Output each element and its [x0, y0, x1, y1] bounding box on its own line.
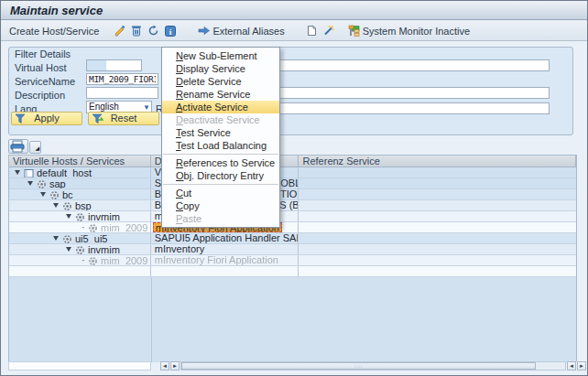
tree-node-cell[interactable]: bc — [9, 189, 151, 199]
service-icon — [49, 190, 60, 200]
ref-service-input[interactable] — [278, 87, 550, 99]
table-row-mim_2009_fiori: ·mim_2009_fiorimInventory Fiori Applicat… — [9, 222, 576, 233]
wand-icon — [322, 25, 334, 37]
menu-item-delete-service[interactable]: Delete Service — [162, 75, 279, 88]
tree-node-cell[interactable]: invmim — [9, 244, 151, 254]
service-path-input[interactable] — [278, 59, 550, 71]
table-row-mim_2009_fiori: ·mim_2009_fiorimInventory Fiori Applicat… — [9, 255, 576, 266]
scroll-right-button-2[interactable]: ► — [577, 361, 586, 371]
description-input[interactable] — [86, 87, 158, 99]
host-icon — [24, 168, 34, 178]
info-button[interactable]: i — [162, 23, 179, 39]
tree-node-cell[interactable]: default_host — [9, 167, 151, 177]
menu-item-obj-directory-entry[interactable]: Obj. Directory Entry — [162, 169, 279, 182]
scroll-left-button-2[interactable]: ◄ — [567, 361, 576, 371]
tree-node-cell[interactable]: invmim — [9, 211, 151, 221]
apply-button[interactable]: Apply — [11, 112, 82, 125]
table-row-default_host: default_hostVIRTUAL DEFAULT HOST — [9, 167, 576, 178]
documentation-cell[interactable]: SAPUI5 Application Handler SAPUI5 Applic… — [151, 233, 299, 243]
external-aliases-label: External Aliases — [212, 26, 284, 37]
referenz-service-cell[interactable] — [299, 244, 576, 254]
collapse-icon[interactable] — [15, 170, 20, 175]
servicename-input[interactable] — [86, 73, 158, 85]
tree-node-cell[interactable]: bsp — [9, 200, 151, 210]
collapse-icon[interactable] — [53, 236, 59, 241]
service-icon — [88, 256, 98, 266]
menu-separator — [163, 154, 278, 155]
table-row-bc: bcBASIS TREE (BASIS FUNCTIONS) — [9, 189, 576, 200]
tree-node-cell[interactable]: ui5_ui5 — [9, 233, 151, 243]
table-row-sap: sapSAP NAMESPACE; SAP IS OBLIGED NOT T..… — [9, 178, 576, 189]
copy-button[interactable] — [304, 23, 320, 39]
tree-node-label: bsp — [75, 201, 92, 211]
menu-item-copy[interactable]: Copy — [162, 199, 279, 212]
menu-item-paste: Paste — [162, 212, 279, 225]
scrollbar-thumb[interactable]: :::: — [181, 362, 536, 370]
column-header-hosts-services[interactable]: Virtuelle Hosts / Services — [9, 156, 151, 167]
tree-node-cell[interactable]: ·mim_2009_fiori — [9, 222, 151, 232]
menu-item-rename-service[interactable]: Rename Service — [162, 88, 279, 101]
collapse-icon[interactable] — [66, 247, 71, 252]
referenz-service-cell[interactable] — [299, 255, 576, 265]
collapse-icon[interactable] — [27, 181, 33, 186]
menu-item-cut[interactable]: Cut — [162, 187, 279, 199]
delete-button[interactable] — [128, 23, 145, 39]
column-header-referenz-service[interactable]: Referenz Service — [299, 156, 576, 167]
tree-node-label: bc — [62, 190, 73, 200]
collapse-icon[interactable] — [40, 192, 46, 197]
refresh-button[interactable] — [145, 23, 162, 39]
system-monitor-label: System Monitor Inactive — [363, 26, 470, 37]
table-row-ui5_ui5: ui5_ui5SAPUI5 Application Handler SAPUI5… — [9, 233, 576, 244]
sicf-maintain-service-window: Maintain service Create Host/Service i E… — [0, 0, 588, 376]
trash-icon — [131, 25, 142, 37]
referenz-service-cell[interactable] — [299, 178, 576, 188]
right-arrow-icon — [198, 26, 211, 36]
menu-item-activate-service[interactable]: Activate Service — [162, 101, 279, 113]
referenz-service-cell[interactable] — [299, 189, 576, 199]
documentation-cell[interactable]: mInventory Fiori Application — [151, 255, 299, 265]
collapse-icon[interactable] — [66, 214, 71, 219]
tree-node-cell[interactable]: sap — [9, 178, 151, 188]
services-tree-table: Virtuelle Hosts / Services Documentation… — [8, 155, 577, 361]
table-row-empty — [9, 266, 576, 277]
external-aliases-button[interactable]: External Aliases — [195, 23, 287, 39]
referenz-service-cell[interactable] — [299, 211, 576, 221]
documentation-cell[interactable]: mInventory — [151, 244, 299, 254]
tree-node-label: sap — [49, 179, 66, 189]
display-change-button[interactable] — [111, 23, 128, 39]
tree-node-cell[interactable]: ·mim_2009_fiori — [9, 255, 151, 265]
print-button[interactable] — [8, 139, 28, 154]
tree-node-label: mim_2009_fiori — [101, 256, 151, 266]
table-empty-area — [9, 277, 576, 362]
menu-item-test-load-balancing[interactable]: Test Load Balancing — [162, 139, 279, 152]
scroll-right-button[interactable]: ► — [170, 361, 180, 371]
referenz-service-cell[interactable] — [299, 222, 576, 232]
wizard-button[interactable] — [320, 23, 337, 39]
menu-item-display-service[interactable]: Display Service — [162, 62, 279, 75]
virtual-host-label: Virtual Host — [15, 62, 67, 73]
print-options-dropdown[interactable]: ◢ — [29, 141, 41, 154]
menu-item-new-sub-element[interactable]: New Sub-Element — [162, 49, 279, 62]
filter-icon — [15, 113, 26, 124]
hierarchy-icon — [348, 25, 360, 37]
service-icon — [75, 212, 85, 222]
referenz-service-cell[interactable] — [299, 167, 576, 177]
info-icon: i — [165, 26, 176, 37]
filter-details-box: Filter Details Virtual Host ServiceName … — [8, 47, 573, 135]
scrollbar-left-pane — [8, 361, 151, 371]
collapse-icon[interactable] — [53, 203, 59, 208]
referenz-service-cell[interactable] — [299, 200, 576, 210]
menu-item-test-service[interactable]: Test Service — [162, 126, 279, 139]
service-icon — [37, 179, 47, 189]
page-title: Maintain service — [10, 4, 103, 17]
system-monitor-button[interactable]: System Monitor Inactive — [346, 23, 473, 39]
create-host-service-button[interactable]: Create Host/Service — [6, 23, 102, 39]
extra-filter-input[interactable] — [278, 102, 550, 114]
referenz-service-cell[interactable] — [299, 233, 576, 243]
application-toolbar: Create Host/Service i External Aliases S… — [1, 21, 587, 41]
menu-item-references-to-service[interactable]: References to Service — [162, 156, 279, 169]
scrollbar-track[interactable]: :::: — [180, 361, 566, 371]
hierarchy-button[interactable] — [345, 23, 363, 39]
scroll-left-button[interactable]: ◄ — [160, 361, 169, 371]
reset-button[interactable]: Reset — [88, 112, 159, 125]
